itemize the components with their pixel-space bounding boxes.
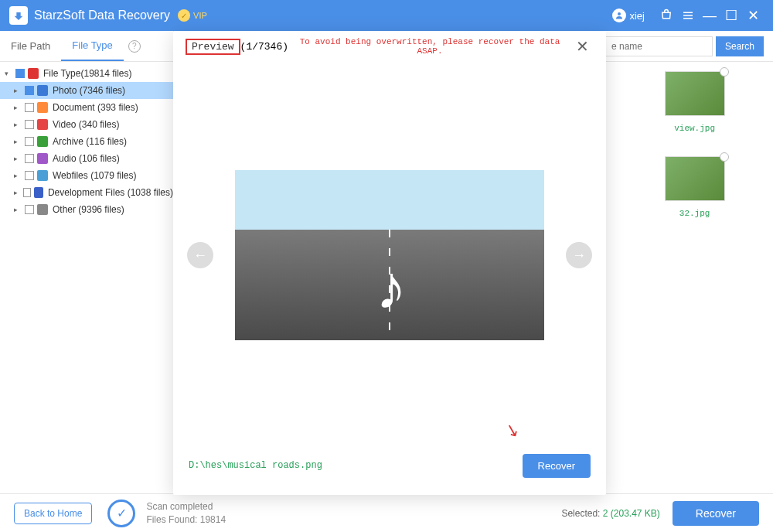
titlebar: StarzSoft Data Recovery ✓VIP xiej — ☐ ✕ — [0, 0, 773, 31]
tree-item[interactable]: ▸Other (9396 files) — [0, 201, 173, 218]
tree-item-label: Video (340 files) — [53, 119, 120, 130]
tree-item-label: Audio (106 files) — [53, 153, 120, 164]
tree-item[interactable]: ▸Video (340 files) — [0, 116, 173, 133]
preview-warning: To avoid being overwritten, please recov… — [288, 37, 571, 56]
tab-file-type[interactable]: File Type — [61, 31, 124, 61]
thumbnail-name: 32.jpg — [679, 209, 710, 218]
preview-label: Preview — [186, 39, 240, 55]
tree-item[interactable]: ▸Document (393 files) — [0, 99, 173, 116]
music-note-icon: ♪ — [376, 252, 407, 323]
search-input[interactable] — [604, 36, 713, 56]
app-name: StarzSoft Data Recovery — [34, 9, 170, 22]
back-to-home-button[interactable]: Back to Home — [14, 503, 92, 524]
modal-body: ← ♪ → — [173, 62, 606, 448]
scan-status: Scan completed Files Found: 19814 — [146, 500, 226, 527]
tree-item[interactable]: ▸Webfiles (1079 files) — [0, 167, 173, 184]
close-window-button[interactable]: ✕ — [742, 5, 764, 26]
selected-value: 2 (203.47 KB) — [603, 508, 660, 519]
modal-header: Preview (1/7346) To avoid being overwrit… — [173, 31, 606, 62]
tab-file-path[interactable]: File Path — [0, 31, 61, 61]
tree-item-label: Archive (116 files) — [53, 136, 127, 147]
tree-item-label: Webfiles (1079 files) — [53, 170, 137, 181]
sidebar-tabs: File Path File Type ? — [0, 31, 173, 62]
thumbnail-name: view.jpg — [674, 124, 715, 133]
select-ring[interactable] — [720, 152, 729, 162]
preview-image: ♪ — [235, 170, 544, 340]
tree-item-label: Development Files (1038 files) — [48, 187, 173, 198]
user-account[interactable]: xiej — [612, 9, 645, 22]
tree-item-label: Other (9396 files) — [53, 204, 124, 215]
next-button[interactable]: → — [566, 242, 592, 268]
user-avatar-icon — [612, 9, 626, 22]
prev-button[interactable]: ← — [187, 242, 213, 268]
scan-complete-icon: ✓ — [107, 500, 135, 527]
tree-item[interactable]: ▸Photo (7346 files) — [0, 82, 173, 99]
tree-item-label: Photo (7346 files) — [53, 85, 125, 96]
app-logo — [9, 6, 28, 25]
vip-label: VIP — [193, 11, 207, 20]
search-button[interactable]: Search — [716, 36, 764, 56]
svg-point-0 — [618, 12, 621, 15]
cart-icon[interactable] — [656, 5, 677, 26]
tree-item[interactable]: ▸Audio (106 files) — [0, 150, 173, 167]
minimize-button[interactable]: — — [699, 5, 720, 26]
footer: Back to Home ✓ Scan completed Files Foun… — [0, 493, 773, 532]
modal-footer: D:\hes\musical roads.png Recover — [173, 448, 606, 495]
tree-item[interactable]: ▸Development Files (1038 files) — [0, 184, 173, 201]
thumbnail[interactable]: view.jpg — [628, 71, 761, 133]
modal-recover-button[interactable]: Recover — [523, 454, 591, 478]
scan-status-line2: Files Found: 19814 — [146, 513, 226, 527]
sidebar: File Path File Type ? ▾ File Type(19814 … — [0, 31, 174, 493]
recover-button[interactable]: Recover — [673, 501, 759, 526]
scan-status-line1: Scan completed — [146, 500, 226, 513]
user-name: xiej — [629, 10, 645, 22]
select-ring[interactable] — [720, 67, 729, 77]
vip-badge[interactable]: ✓VIP — [178, 9, 207, 22]
close-icon[interactable]: ✕ — [571, 37, 594, 56]
tree-item[interactable]: ▸Archive (116 files) — [0, 133, 173, 150]
tree-root[interactable]: ▾ File Type(19814 files) — [0, 65, 173, 82]
file-tree: ▾ File Type(19814 files) ▸Photo (7346 fi… — [0, 62, 173, 493]
thumbnail[interactable]: 32.jpg — [628, 156, 761, 218]
maximize-button[interactable]: ☐ — [720, 5, 742, 26]
tree-root-label: File Type(19814 files) — [43, 68, 132, 79]
preview-modal: Preview (1/7346) To avoid being overwrit… — [173, 31, 606, 495]
selected-info: Selected: 2 (203.47 KB) — [561, 508, 659, 519]
menu-icon[interactable] — [677, 5, 699, 26]
help-icon[interactable]: ? — [128, 40, 141, 53]
file-path: D:\hes\musical roads.png — [189, 460, 523, 471]
preview-count: (1/7346) — [240, 41, 288, 53]
selected-label: Selected: — [561, 508, 600, 519]
tree-item-label: Document (393 files) — [53, 102, 138, 113]
